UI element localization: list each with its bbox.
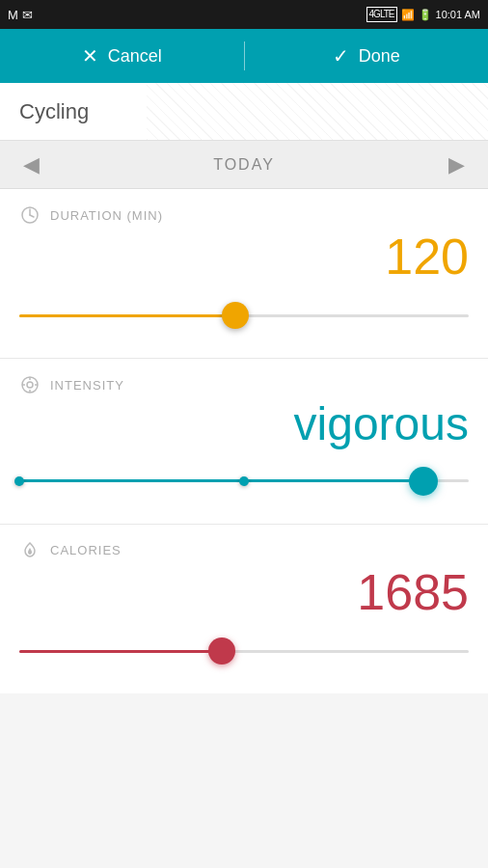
calories-label: CALORIES	[50, 543, 122, 557]
intensity-value-row: vigorous	[19, 399, 469, 450]
intensity-header: INTENSITY	[19, 374, 469, 395]
duration-header: DURATION (MIN)	[19, 204, 469, 226]
calories-value: 1685	[357, 565, 469, 620]
done-label: Done	[359, 46, 400, 67]
calories-fill	[19, 650, 222, 653]
network-icon: 4GLTE	[366, 7, 397, 22]
intensity-icon	[19, 374, 41, 395]
svg-point-4	[27, 382, 33, 388]
duration-value-row: 120	[19, 230, 469, 285]
intensity-thumb-start	[14, 476, 24, 486]
calories-track	[19, 650, 469, 653]
calories-slider[interactable]	[19, 632, 469, 670]
signal-icon: 📶	[401, 9, 415, 21]
status-right: 4GLTE 📶 🔋 10:01 AM	[366, 7, 480, 22]
status-icons: M ✉	[8, 8, 33, 22]
duration-label: DURATION (MIN)	[50, 208, 163, 223]
activity-bg-pattern	[147, 83, 488, 140]
next-date-button[interactable]: ▶	[441, 145, 473, 185]
prev-date-button[interactable]: ◀	[15, 145, 47, 185]
duration-thumb[interactable]	[222, 302, 249, 329]
duration-section: DURATION (MIN) 120	[0, 189, 488, 359]
svg-line-2	[30, 215, 34, 217]
intensity-slider[interactable]	[19, 462, 469, 501]
intensity-thumb-end[interactable]	[409, 467, 438, 496]
intensity-track	[19, 479, 469, 482]
duration-slider[interactable]	[19, 296, 469, 335]
cancel-label: Cancel	[108, 46, 162, 67]
duration-icon	[19, 204, 41, 226]
done-button[interactable]: ✓ Done	[245, 29, 489, 83]
intensity-label: INTENSITY	[50, 378, 124, 393]
calories-icon	[19, 540, 41, 561]
calories-header: CALORIES	[19, 540, 469, 561]
cancel-icon: ✕	[82, 44, 98, 68]
intensity-section: INTENSITY vigorous	[0, 359, 488, 525]
calories-thumb[interactable]	[208, 637, 235, 665]
duration-fill	[19, 314, 235, 317]
calories-value-row: 1685	[19, 565, 469, 620]
intensity-fill	[19, 479, 423, 482]
mail-icon: ✉	[22, 8, 33, 22]
calories-section: CALORIES 1685	[0, 525, 488, 693]
gmail-icon: M	[8, 8, 18, 22]
date-label: TODAY	[213, 156, 275, 174]
done-icon: ✓	[333, 44, 349, 68]
duration-value: 120	[385, 230, 469, 285]
activity-name: Cycling	[19, 99, 89, 124]
battery-icon: 🔋	[419, 9, 432, 21]
intensity-value: vigorous	[294, 399, 469, 450]
intensity-thumb-mid	[239, 476, 249, 486]
duration-track	[19, 314, 469, 317]
date-navigation: ◀ TODAY ▶	[0, 141, 488, 189]
activity-header: Cycling	[0, 83, 488, 141]
action-bar: ✕ Cancel ✓ Done	[0, 29, 488, 83]
cancel-button[interactable]: ✕ Cancel	[0, 29, 244, 83]
status-bar: M ✉ 4GLTE 📶 🔋 10:01 AM	[0, 0, 488, 29]
time-display: 10:01 AM	[436, 9, 480, 20]
